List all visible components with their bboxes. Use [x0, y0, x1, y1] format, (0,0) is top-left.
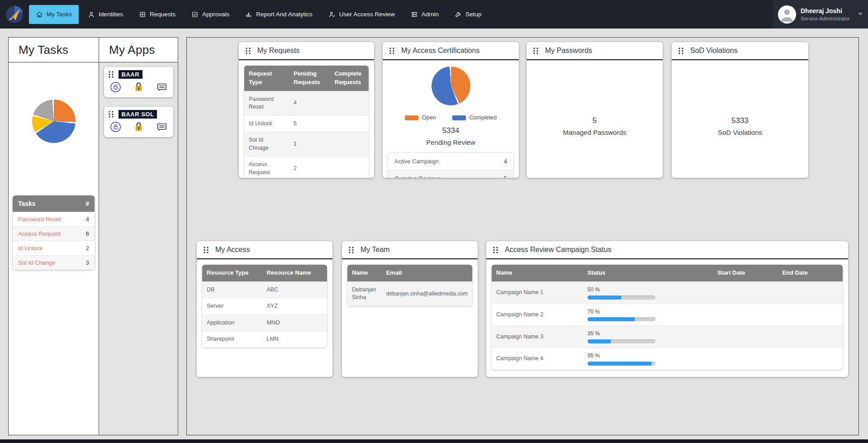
app-card-baar-sol[interactable]: BAAR SOL: [104, 107, 173, 137]
drag-handle-icon[interactable]: [493, 246, 498, 254]
baar-logo-icon[interactable]: [0, 5, 29, 24]
dashboard-area: My Requests Request Type Penidng Request…: [186, 37, 859, 435]
task-link-sol-id-change[interactable]: Sol Id Change: [18, 259, 55, 266]
column-header: Request Type: [244, 66, 289, 91]
drag-handle-icon[interactable]: [348, 246, 354, 254]
task-count: 6: [86, 230, 89, 237]
task-link-password-reset[interactable]: Password Reset: [18, 216, 61, 223]
drag-handle-icon[interactable]: [389, 47, 395, 55]
nav-label: User Access Review: [339, 11, 395, 18]
column-header: Penidng Requests: [289, 66, 330, 91]
table-row: ServerXYZ: [202, 298, 327, 315]
task-link-access-request[interactable]: Access Request: [18, 230, 61, 237]
circle-lock-icon[interactable]: [110, 81, 121, 95]
my-team-table: Name Email Debanjan Sinha debanjan.sinha…: [347, 265, 472, 306]
task-count: 3: [86, 259, 89, 266]
chat-icon[interactable]: [157, 122, 167, 134]
drag-handle-icon[interactable]: [108, 110, 114, 118]
pie-legend: Open Completed: [383, 114, 519, 121]
table-row: Id Unlock 2: [13, 241, 95, 255]
table-row: Campaign Name 1 50 %: [492, 281, 843, 304]
server-icon: [411, 11, 418, 18]
table-row: Debanjan Sinha debanjan.sinha@alliedmedi…: [347, 281, 472, 306]
table-row: Access Request 6: [13, 226, 95, 241]
bar-chart-icon: [245, 11, 252, 18]
list-item: Active Campaign4: [388, 152, 513, 170]
nav-item-admin[interactable]: Admin: [404, 5, 446, 24]
drag-handle-icon[interactable]: [108, 71, 114, 78]
tasks-table: Tasks # Password Reset 4 Access Request …: [13, 195, 95, 270]
person-check-icon: [328, 11, 336, 18]
my-apps-panel: My Apps BAAR BAAR SOL: [99, 37, 178, 435]
column-header: Start Date: [713, 265, 778, 281]
person-icon: [88, 11, 95, 18]
managed-passwords-value: 5: [593, 116, 597, 125]
user-menu[interactable]: Dheeraj Joshi Service Administrator: [773, 0, 868, 29]
nav-item-requests[interactable]: Requests: [132, 5, 182, 24]
nav-label: Admin: [422, 11, 439, 18]
table-row: Id Unlock 5: [244, 115, 369, 132]
nav-item-identities[interactable]: Identities: [81, 5, 130, 24]
chevron-down-icon[interactable]: [857, 10, 863, 19]
tasks-table-header: Tasks: [18, 200, 36, 207]
table-row: Password Reset 4: [244, 91, 369, 115]
table-row: Password Reset 4: [13, 212, 95, 226]
drag-handle-icon[interactable]: [203, 246, 209, 254]
user-role: Service Administrator: [801, 16, 853, 21]
drag-handle-icon[interactable]: [533, 47, 539, 55]
card-title: My Team: [360, 246, 390, 254]
table-row: Campaign Name 2 70 %: [492, 304, 843, 326]
my-tasks-panel: My Tasks Tasks # Password Reset 4 Access…: [8, 37, 99, 435]
progress-label: 70 %: [588, 308, 708, 316]
nav-item-user-access-review[interactable]: User Access Review: [322, 5, 402, 24]
task-link-id-unlock[interactable]: Id Unlock: [18, 245, 43, 252]
table-row: Sol Id Change 3: [13, 255, 95, 270]
column-header: Name: [347, 265, 382, 281]
nav-label: My Tasks: [47, 11, 72, 18]
column-header: Name: [492, 265, 583, 281]
task-count: 4: [86, 216, 89, 223]
nav-label: Requests: [150, 11, 175, 18]
nav-item-report-and-analytics[interactable]: Report And Analytics: [238, 5, 319, 24]
chat-icon[interactable]: [157, 82, 167, 94]
progress-label: 35 %: [588, 330, 708, 338]
my-tasks-panel-title: My Tasks: [19, 43, 68, 57]
drag-handle-icon[interactable]: [678, 47, 684, 55]
card-access-review-campaign-status: Access Review Campaign Status Name Statu…: [486, 241, 848, 377]
column-header: Resource Name: [262, 265, 327, 281]
gold-padlock-icon[interactable]: [133, 121, 144, 134]
nav-item-approvals[interactable]: Approvals: [185, 5, 236, 24]
column-header: Status: [583, 265, 713, 281]
wrench-icon: [455, 11, 462, 18]
certification-stats: Active Campaign4 Overdue Reviews5: [388, 152, 513, 178]
progress-label: 95 %: [588, 352, 708, 360]
card-my-team: My Team Name Email Debanjan Sinha debanj…: [342, 241, 478, 377]
sod-violations-label: SoD Violations: [718, 129, 762, 136]
table-row: Campaign Name 4 95 %: [492, 348, 843, 370]
top-navbar: My Tasks Identities Requests Approvals R…: [0, 0, 868, 29]
app-card-baar[interactable]: BAAR: [104, 67, 173, 97]
legend-swatch-completed: [452, 115, 466, 120]
nav-label: Approvals: [202, 11, 229, 18]
progress-bar: [588, 362, 655, 366]
my-access-table: Resource Type Resource Name DBABC Server…: [202, 265, 327, 348]
pending-review-value: 5334: [383, 126, 519, 135]
table-row: Access Request 2: [244, 157, 369, 178]
my-apps-panel-title: My Apps: [109, 43, 155, 57]
nav-item-setup[interactable]: Setup: [448, 5, 488, 24]
tasks-count-header: #: [85, 200, 89, 207]
table-row: ApplicationMNO: [202, 314, 327, 331]
card-my-access-certifications: My Access Certifications Open Completed …: [383, 42, 519, 178]
column-header: End Date: [778, 265, 843, 281]
card-title: SoD Violations: [690, 47, 738, 55]
nav-label: Setup: [465, 11, 481, 18]
home-icon: [36, 11, 43, 18]
card-title: My Requests: [257, 47, 299, 55]
progress-bar: [588, 317, 655, 321]
circle-lock-icon[interactable]: [110, 121, 121, 134]
nav-item-my-tasks[interactable]: My Tasks: [29, 5, 79, 24]
column-header: Email: [382, 265, 472, 281]
bottom-edge-bar: [0, 439, 868, 443]
drag-handle-icon[interactable]: [245, 47, 251, 55]
gold-padlock-icon[interactable]: [133, 81, 144, 95]
